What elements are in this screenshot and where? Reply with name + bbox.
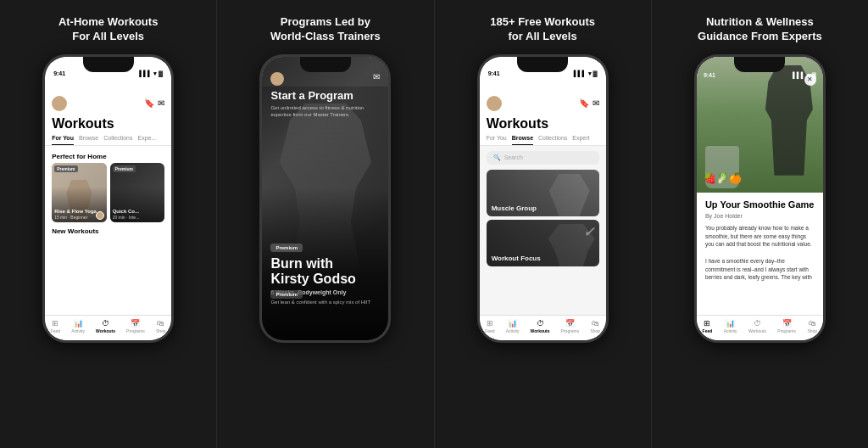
tab-collections-3[interactable]: Collections (538, 135, 567, 145)
panel-3: 185+ Free Workoutsfor All Levels 9:41 ▌▌… (435, 0, 652, 448)
p4-article-title: Up Your Smoothie Game (705, 199, 815, 210)
p3-workout-focus-card[interactable]: ✓ Workout Focus (487, 220, 599, 266)
programs-icon: 📅 (131, 319, 140, 328)
workouts-icon: ⏱ (102, 319, 109, 328)
p2-mail-icon[interactable]: ✉ (373, 72, 380, 81)
signal-icon-3: ▌▌▌ (574, 70, 587, 76)
p1-cards: Premium Rise & Flow Yoga 15 min · Beginn… (45, 163, 171, 222)
feed-icon-3: ⊞ (487, 319, 493, 328)
p2-program-title: Burn withKirsty Godso (270, 256, 380, 286)
activity-label-3: Activity (506, 328, 520, 333)
workouts-label-4: Workouts (748, 328, 766, 333)
phone-3-screen: 9:41 ▌▌▌ ▾ ▓ 🔖 ✉ Work (480, 57, 606, 340)
p1-quick-text: Quick Co... 20 min · Inte... (113, 209, 163, 220)
feed-icon-4: ⊞ (704, 319, 710, 328)
workouts-icon-3: ⏱ (537, 319, 544, 328)
p2-header-icons: ✉ (373, 72, 380, 81)
p1-workouts-title: Workouts (45, 115, 171, 135)
tab-browse-3[interactable]: Browse (512, 135, 533, 145)
nav-workouts-1[interactable]: ⏱ Workouts (96, 319, 115, 333)
nav-feed-4[interactable]: ⊞ Feed (703, 319, 713, 333)
p4-article-body: You probably already know how to make a … (705, 224, 815, 282)
nav-shop-1[interactable]: 🛍 Shop (156, 319, 166, 333)
nav-activity-3[interactable]: 📊 Activity (506, 319, 520, 333)
panel-4: Nutrition & WellnessGuidance From Expert… (652, 0, 868, 448)
tab-expert-3[interactable]: Expert (572, 135, 589, 145)
p2-start-program-desc: Get unlimited access to fitness & nutrit… (270, 104, 380, 119)
nav-activity-1[interactable]: 📊 Activity (71, 319, 85, 333)
shop-label-4: Shop (807, 328, 817, 333)
p2-user-avatar (270, 72, 284, 86)
nav-activity-4[interactable]: 📊 Activity (724, 319, 737, 333)
workouts-icon-4: ⏱ (754, 319, 761, 328)
mail-icon[interactable]: ✉ (158, 98, 164, 108)
nav-programs-4[interactable]: 📅 Programs (777, 319, 796, 333)
nav-feed-3[interactable]: ⊞ Feed (485, 319, 494, 333)
activity-label-4: Activity (724, 328, 737, 333)
p3-header-icons: 🔖 ✉ (579, 98, 599, 108)
mail-icon-3[interactable]: ✉ (593, 98, 599, 108)
p4-hero-image: 🍓🥬🍊 9:41 ▌▌▌ ▾ ▓ ✕ (697, 57, 823, 193)
time-4: 9:41 (704, 72, 715, 79)
p3-search-bar[interactable]: 🔍 Search (487, 151, 599, 165)
p2-bottom-badge: Premium (270, 290, 303, 299)
phone-2-notch (300, 57, 351, 72)
shop-icon: 🛍 (157, 319, 164, 328)
tab-for-you-3[interactable]: For You (487, 135, 507, 145)
p3-header: 🔖 ✉ (480, 81, 606, 115)
p1-section2-label: New Workouts (45, 222, 171, 238)
status-icons-3: ▌▌▌ ▾ ▓ (574, 70, 598, 77)
activity-icon-4: 📊 (726, 319, 735, 328)
nav-shop-4[interactable]: 🛍 Shop (807, 319, 817, 333)
phone-4-notch (734, 57, 785, 72)
time-3: 9:41 (488, 70, 500, 76)
tab-for-you[interactable]: For You (52, 135, 74, 145)
nav-workouts-4[interactable]: ⏱ Workouts (748, 319, 766, 333)
phone-2-screen: ✉ Start a Program Get unlimited access t… (262, 57, 388, 340)
programs-label-4: Programs (777, 328, 796, 333)
panel-2-title: Programs Led byWorld-Class Trainers (270, 15, 381, 44)
nav-programs-3[interactable]: 📅 Programs (561, 319, 580, 333)
nav-feed-1[interactable]: ⊞ Feed (51, 319, 60, 333)
p1-section1-label: Perfect for Home (45, 149, 171, 163)
p3-workout-focus-label: Workout Focus (492, 255, 541, 262)
wifi-icon-3: ▾ (588, 70, 592, 77)
workouts-label-3: Workouts (531, 328, 550, 333)
time-1: 9:41 (53, 70, 65, 76)
p2-header-content: ✉ Start a Program Get unlimited access t… (262, 72, 388, 119)
workouts-label: Workouts (96, 328, 115, 333)
p4-close-button[interactable]: ✕ (804, 74, 816, 86)
p1-quick-badge: Premium (113, 165, 136, 172)
bookmark-icon-3[interactable]: 🔖 (579, 98, 589, 108)
app-container: At-Home WorkoutsFor All Levels 9:41 ▌▌▌ … (0, 0, 868, 448)
feed-label-3: Feed (485, 328, 494, 333)
nav-shop-3[interactable]: 🛍 Shop (590, 319, 600, 333)
activity-icon-3: 📊 (508, 319, 517, 328)
shop-label-3: Shop (590, 328, 600, 333)
p2-program-badge: Premium (270, 244, 303, 252)
tab-expert[interactable]: Expe... (138, 135, 157, 145)
phone-3-notch (517, 57, 568, 72)
p1-quick-card[interactable]: Premium Quick Co... 20 min · Inte... (110, 163, 165, 222)
shop-icon-3: 🛍 (592, 319, 599, 328)
p1-yoga-card[interactable]: Premium Rise & Flow Yoga 15 min · Beginn… (52, 163, 107, 222)
p1-bottom-nav: ⊞ Feed 📊 Activity ⏱ Workouts 📅 (45, 315, 171, 340)
programs-icon-3: 📅 (565, 319, 575, 328)
feed-label: Feed (51, 328, 60, 333)
tab-collections[interactable]: Collections (103, 135, 132, 145)
phone-3-frame: 9:41 ▌▌▌ ▾ ▓ 🔖 ✉ Work (477, 54, 609, 343)
tab-browse[interactable]: Browse (79, 135, 98, 145)
nav-workouts-3[interactable]: ⏱ Workouts (531, 319, 550, 333)
p1-tabs: For You Browse Collections Expe... (45, 135, 171, 146)
p4-article-author: By Joe Holder (705, 213, 815, 219)
status-icons-1: ▌▌▌ ▾ ▓ (139, 70, 163, 77)
p2-program-desc: Get lean & confident with a spicy mix of… (270, 299, 380, 305)
p4-content-fade (697, 281, 823, 306)
bookmark-icon[interactable]: 🔖 (144, 98, 154, 108)
p1-header: 🔖 ✉ (45, 81, 171, 115)
panel-1-title: At-Home WorkoutsFor All Levels (58, 15, 158, 44)
panel-4-title: Nutrition & WellnessGuidance From Expert… (698, 15, 822, 44)
nav-programs-1[interactable]: 📅 Programs (126, 319, 145, 333)
p3-muscle-group-card[interactable]: Muscle Group (487, 170, 599, 216)
activity-icon: 📊 (74, 319, 83, 328)
